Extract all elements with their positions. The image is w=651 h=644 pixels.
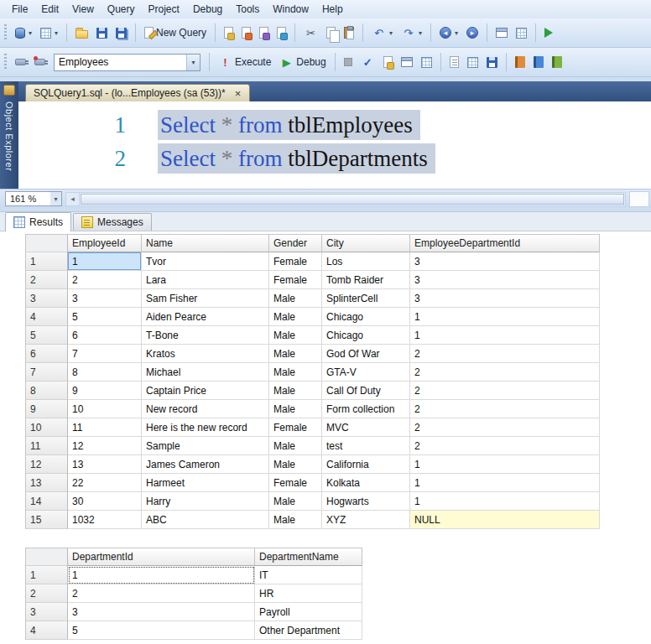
row-header[interactable]: 3 <box>26 603 68 621</box>
grid-cell[interactable]: 3 <box>410 271 600 289</box>
copy-button[interactable] <box>323 24 339 41</box>
display-estimated-plan-button[interactable] <box>380 54 396 70</box>
open-file-button[interactable] <box>72 24 91 41</box>
grid-cell[interactable]: 30 <box>68 492 142 511</box>
intellisense-enabled-button[interactable] <box>549 54 565 70</box>
scroll-left-icon[interactable]: ◂ <box>66 193 80 205</box>
grid-cell[interactable]: XYZ <box>322 511 410 529</box>
comment-out-lines-button[interactable] <box>512 54 529 70</box>
grid-cell[interactable]: 5 <box>68 621 255 640</box>
grid-cell[interactable]: Chicago <box>322 326 410 345</box>
grid-cell[interactable]: Male <box>269 308 322 326</box>
grid-cell[interactable]: Sample <box>142 437 269 455</box>
save-all-button[interactable] <box>112 25 130 41</box>
grid-cell[interactable]: God Of War <box>322 345 410 363</box>
grid-cell[interactable]: Sam Fisher <box>142 289 269 308</box>
grid-cell[interactable]: Call Of Duty <box>322 382 410 400</box>
object-explorer-details-button[interactable] <box>513 25 530 41</box>
column-header-name[interactable]: Name <box>142 235 269 252</box>
grid-cell[interactable]: Chicago <box>322 308 410 326</box>
save-button[interactable] <box>93 25 111 41</box>
grid-cell[interactable]: 1 <box>410 474 600 492</box>
activity-monitor-button[interactable]: ▾ <box>37 25 61 41</box>
grid-cell[interactable]: 2 <box>68 584 255 603</box>
grid-cell[interactable]: Male <box>269 400 322 418</box>
row-header[interactable]: 4 <box>26 621 68 640</box>
grid-cell[interactable]: 10 <box>68 400 142 418</box>
row-header[interactable]: 15 <box>26 511 68 529</box>
results-to-file-button[interactable] <box>483 55 501 70</box>
start-button[interactable] <box>541 25 556 40</box>
zoom-dropdown-icon[interactable]: ▾ <box>50 192 61 205</box>
grid-cell[interactable]: Female <box>269 474 322 492</box>
grid-cell[interactable]: Other Department <box>255 621 362 640</box>
grid-cell[interactable]: New record <box>142 400 269 418</box>
grid-corner-cell[interactable] <box>26 235 68 252</box>
activity-monitor-dropdown-icon[interactable]: ▾ <box>55 29 58 37</box>
grid-corner-cell[interactable] <box>26 548 68 566</box>
object-explorer-collapsed-tab[interactable]: Object Explorer <box>0 81 18 189</box>
grid-cell[interactable]: Kratos <box>142 345 269 363</box>
undo-button[interactable]: ↶▾ <box>368 23 396 43</box>
grid-cell[interactable]: 2 <box>410 345 600 363</box>
row-header[interactable]: 7 <box>26 363 68 382</box>
grid-cell[interactable]: HR <box>255 584 362 603</box>
grid-cell[interactable]: T-Bone <box>142 326 269 345</box>
grid-cell[interactable]: 11 <box>68 418 142 437</box>
grid-cell[interactable]: 22 <box>68 474 142 492</box>
grid-cell[interactable]: 3 <box>410 252 600 271</box>
toolbar-grip[interactable] <box>4 24 7 41</box>
grid-cell[interactable]: 2 <box>410 363 600 382</box>
grid-cell[interactable]: SplinterCell <box>322 289 410 308</box>
specify-template-values-button[interactable] <box>418 55 435 70</box>
column-header-employeeid[interactable]: EmployeeId <box>68 235 142 252</box>
menu-help[interactable]: Help <box>315 1 350 18</box>
zoom-combo[interactable]: 161 % ▾ <box>5 191 62 206</box>
grid-cell[interactable]: 1 <box>410 308 600 326</box>
new-database-dropdown-icon[interactable]: ▾ <box>29 29 32 37</box>
row-header[interactable]: 1 <box>26 252 68 271</box>
grid-cell[interactable]: Kolkata <box>322 474 410 492</box>
new-database-button[interactable]: ▾ <box>12 25 35 41</box>
grid-cell[interactable]: Male <box>269 363 322 382</box>
grid-cell[interactable]: 2 <box>410 418 600 437</box>
grid-cell[interactable]: 1 <box>410 492 600 511</box>
grid-cell[interactable]: test <box>322 437 410 455</box>
grid-cell[interactable]: Male <box>269 382 322 400</box>
grid-cell[interactable]: 2 <box>410 382 600 400</box>
grid-cell[interactable]: 2 <box>68 271 142 289</box>
code-line[interactable]: Select * from tblDepartments <box>158 142 435 175</box>
row-header[interactable]: 6 <box>26 345 68 363</box>
change-connection-button[interactable] <box>31 56 49 68</box>
navigate-backward-dropdown-icon[interactable]: ▾ <box>455 29 458 37</box>
undo-dropdown-icon[interactable]: ▾ <box>389 29 393 37</box>
grid-cell[interactable]: GTA-V <box>322 363 410 382</box>
column-header-gender[interactable]: Gender <box>269 235 322 252</box>
query-options-button[interactable] <box>530 54 547 70</box>
row-header[interactable]: 2 <box>26 584 68 603</box>
results-tab-results[interactable]: Results <box>5 212 71 231</box>
row-header[interactable]: 2 <box>26 271 68 289</box>
row-header[interactable]: 1 <box>26 566 68 584</box>
menu-edit[interactable]: Edit <box>34 1 65 18</box>
grid-cell[interactable]: Captain Price <box>142 382 269 400</box>
grid-cell[interactable]: Aiden Pearce <box>142 308 269 326</box>
redo-dropdown-icon[interactable]: ▾ <box>419 29 422 37</box>
properties-window-button[interactable] <box>492 25 511 40</box>
grid-cell[interactable]: Male <box>269 345 322 363</box>
menu-file[interactable]: File <box>5 1 34 18</box>
grid-cell[interactable]: Male <box>269 492 322 511</box>
column-header-departmentname[interactable]: DepartmentName <box>255 548 362 566</box>
grid-cell[interactable]: Here is the new record <box>142 418 269 437</box>
grid-cell[interactable]: 3 <box>68 289 142 308</box>
results-to-grid-button[interactable] <box>464 55 482 70</box>
row-header[interactable]: 9 <box>26 400 68 418</box>
stop-button[interactable] <box>341 55 356 69</box>
grid-cell[interactable]: IT <box>255 566 362 584</box>
grid-cell[interactable]: 12 <box>68 437 142 455</box>
analysis-services-mdx-query-button[interactable] <box>238 24 254 41</box>
grid-cell[interactable]: 3 <box>68 603 255 621</box>
column-header-departmentid[interactable]: DepartmentId <box>68 548 255 566</box>
row-header[interactable]: 14 <box>26 492 68 511</box>
grid-cell[interactable]: 6 <box>68 326 142 345</box>
